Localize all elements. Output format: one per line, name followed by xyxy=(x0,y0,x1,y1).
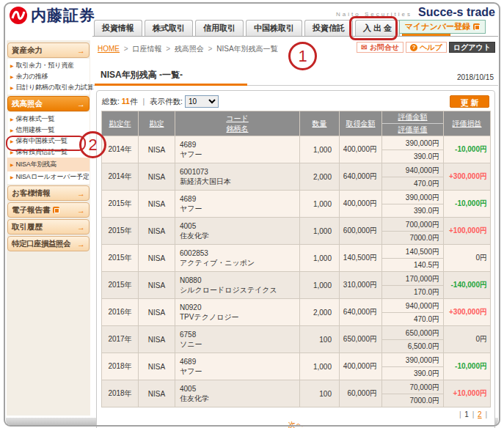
cell-quantity: 1,000 xyxy=(300,272,340,299)
pagination-page-current: 1 xyxy=(464,410,469,418)
valuation-unit-price: 6,500.0円 xyxy=(382,340,443,353)
cell-account-year: 2014年 xyxy=(102,136,139,163)
cell-quantity: 1,000 xyxy=(300,245,340,272)
cell-account: NISA xyxy=(139,136,175,163)
next-page-row: 次へ xyxy=(101,420,490,428)
cell-quantity: 1,000 xyxy=(300,191,340,218)
nav-tab[interactable]: 信用取引 xyxy=(195,20,244,36)
sort-acquisition[interactable]: 取得金額 xyxy=(346,119,376,128)
sidebar-section-e-reports[interactable]: 電子報告書 → xyxy=(7,202,90,218)
sidebar-item-label: 保有中国株式一覧 xyxy=(15,136,67,146)
sidebar-item-label: 保有株式一覧 xyxy=(15,114,54,124)
cell-quantity: 100 xyxy=(300,326,340,353)
sidebar-list: ▶ 取引余力・預り資産 ▶ 余力の推移 ▶ 日計り銘柄の取引余力試算 xyxy=(7,59,90,95)
table-row: 2014年 NISA 4689 ヤフー 1,000 400,000円 390,0… xyxy=(102,136,491,163)
valuation-amount: 170,000円 xyxy=(382,273,443,286)
sidebar: 資産余力 → ▶ 取引余力・預り資産 ▶ 余力の推移 ▶ 日計り銘柄の取引余力試… xyxy=(7,40,90,416)
naito-logo[interactable]: 内藤証券 xyxy=(9,5,95,26)
sidebar-item[interactable]: ▶ 保有中国株式一覧 xyxy=(7,136,90,147)
sort-valuation[interactable]: 評価金額 xyxy=(398,113,428,121)
sidebar-item[interactable]: ▶ 余力の推移 xyxy=(7,71,90,82)
refresh-button[interactable]: 更 新 xyxy=(450,95,489,108)
total-label: 総数: xyxy=(102,97,120,106)
cell-account-year: 2018年 xyxy=(102,353,139,380)
valuation-amount: 940,000円 xyxy=(382,164,443,177)
sort-name[interactable]: 銘柄名 xyxy=(227,125,249,133)
logo-text: 内藤証券 xyxy=(31,5,95,26)
cell-code-name: 4005 住友化学 xyxy=(175,380,300,407)
sort-account-year[interactable]: 勘定年 xyxy=(109,119,131,128)
breadcrumb-separator: > xyxy=(208,45,213,53)
main-content: HOME > 口座情報 > 残高照会 > NISA年別残高一覧 ✉ お問合せ ?… xyxy=(93,40,498,428)
cell-account: NISA xyxy=(139,163,175,191)
sidebar-section-customer-info[interactable]: お客様情報 → xyxy=(7,185,90,201)
sidebar-section-asset-margin[interactable]: 資産余力 → xyxy=(7,43,90,58)
help-button[interactable]: ? ヘルプ xyxy=(406,42,447,53)
valuation-amount: 390,000円 xyxy=(382,354,443,367)
sidebar-item[interactable]: ▶ NISA年別残高 xyxy=(7,158,90,171)
nav-tab[interactable]: 中国株取引 xyxy=(246,20,302,36)
page-size-label: 表示件数: xyxy=(150,97,183,106)
nav-tab[interactable]: 投資信託 xyxy=(304,20,353,36)
cell-valuation: 650,000円 6,500.0円 xyxy=(382,326,444,353)
valuation-amount: 390,000円 xyxy=(382,137,443,150)
cell-code-name: N0920 TPVテクノロジー xyxy=(175,299,300,326)
sort-unit-price[interactable]: 評価単価 xyxy=(398,125,428,133)
sidebar-section-trade-history[interactable]: 取引履歴 → xyxy=(7,219,90,235)
stock-name: ソニー xyxy=(180,339,299,349)
sidebar-item[interactable]: ▶ 日計り銘柄の取引余力試算 xyxy=(7,82,90,93)
cell-pl: +300,000円 xyxy=(444,163,491,191)
next-page-link[interactable]: 次へ xyxy=(288,421,303,428)
sidebar-item[interactable]: ▶ 保有投資信託一覧 xyxy=(7,147,90,158)
cell-account: NISA xyxy=(139,299,175,326)
sidebar-item-label: NISAロールオーバー予定 xyxy=(15,172,89,182)
help-label: ヘルプ xyxy=(420,43,442,53)
cell-account-year: 2018年 xyxy=(102,380,139,407)
sort-account[interactable]: 勘定 xyxy=(150,119,164,128)
sidebar-item-label: 信用建株一覧 xyxy=(15,125,54,135)
cell-code-name: 4689 ヤフー xyxy=(175,353,300,380)
cell-valuation: 390,000円 390.0円 xyxy=(382,353,444,380)
contact-button[interactable]: ✉ お問合せ xyxy=(357,42,403,53)
stock-name: 住友化学 xyxy=(180,231,299,240)
table-row: 2015年 NISA 4689 ヤフー 1,000 400,000円 390,0… xyxy=(102,191,491,218)
sort-code[interactable]: コード xyxy=(226,114,248,122)
sort-pl[interactable]: 評価損益 xyxy=(453,119,482,128)
cell-account: NISA xyxy=(139,272,175,299)
cell-code-name: 6002853 アクティブ・ニッポン xyxy=(175,245,300,272)
cell-acquisition: 60,000円 xyxy=(340,380,382,407)
valuation-unit-price: 390.0円 xyxy=(382,150,443,163)
breadcrumb-home-link[interactable]: HOME xyxy=(98,45,120,53)
header-valuation: 評価金額 評価単価 xyxy=(382,111,444,136)
cell-pl: +100,000円 xyxy=(444,218,491,245)
mynumber-register-button[interactable]: マイナンバー登録 xyxy=(399,20,486,34)
sidebar-item[interactable]: ▶ NISAロールオーバー予定 xyxy=(7,171,90,182)
cell-valuation: 140,500円 140.5円 xyxy=(382,245,444,272)
nav-tab[interactable]: 株式取引 xyxy=(145,20,193,36)
stock-name: ヤフー xyxy=(180,204,299,213)
sidebar-section-specific-account-pl[interactable]: 特定口座損益照会 → xyxy=(7,236,90,251)
nav-tab[interactable]: 入 出 金 xyxy=(355,20,400,36)
table-header-row: 勘定年 勘定 コード 銘柄名 数量 取得金額 評価金額 評価単価 評価損益 xyxy=(102,111,491,136)
sort-quantity[interactable]: 数量 xyxy=(313,119,327,128)
cell-pl: -10,000円 xyxy=(444,191,491,218)
nav-tab-label: 信用取引 xyxy=(203,23,235,32)
pagination-page-2-link[interactable]: 2 xyxy=(478,410,482,418)
sidebar-item[interactable]: ▶ 保有株式一覧 xyxy=(7,114,90,125)
logout-button[interactable]: ログアウト xyxy=(449,42,495,53)
breadcrumb-item: NISA年別残高一覧 xyxy=(216,45,277,53)
sidebar-item-label: NISA年別残高 xyxy=(15,160,56,169)
sidebar-section-balance-inquiry[interactable]: 残高照会 → xyxy=(7,96,90,111)
cell-acquisition: 600,000円 xyxy=(340,218,382,245)
stock-code: 6002853 xyxy=(180,248,299,258)
stock-code: 4005 xyxy=(180,384,299,394)
page-size-select[interactable]: 10 xyxy=(185,95,219,108)
cell-code-name: 4689 ヤフー xyxy=(175,136,300,163)
sidebar-item-label: 取引余力・預り資産 xyxy=(15,61,73,70)
nav-tab[interactable]: 投資情報 xyxy=(94,20,142,36)
arrow-right-icon: → xyxy=(77,100,85,108)
sidebar-item[interactable]: ▶ 取引余力・預り資産 xyxy=(7,60,90,71)
breadcrumb-item: 残高照会 xyxy=(175,45,204,53)
sidebar-item[interactable]: ▶ 信用建株一覧 xyxy=(7,125,90,136)
main-nav-tabs: 投資情報 株式取引 信用取引 中国株取引 投資信託 入 出 金 口座情報 xyxy=(94,20,450,36)
